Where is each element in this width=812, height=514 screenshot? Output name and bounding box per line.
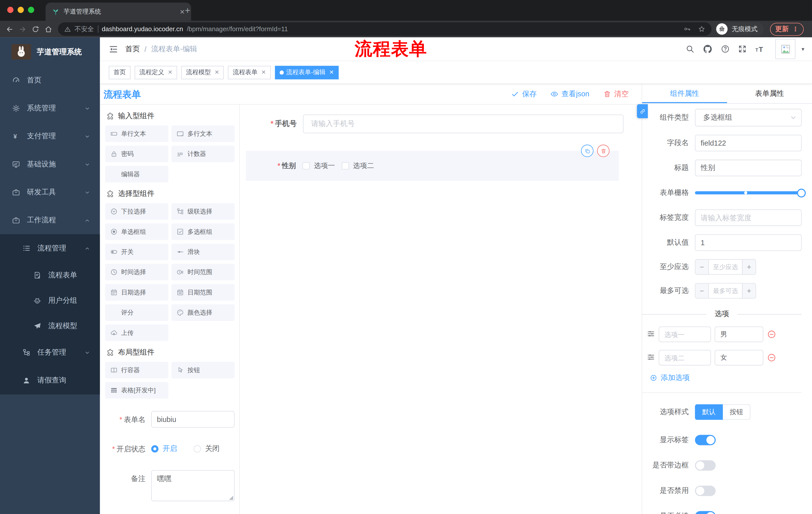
palette-item-时间选择[interactable]: 时间选择 bbox=[105, 264, 168, 280]
sidebar-item-系统管理[interactable]: 系统管理 bbox=[0, 94, 100, 122]
stepper-minus-button[interactable]: − bbox=[695, 260, 709, 274]
tag-chip-流程表单[interactable]: 流程表单✕ bbox=[228, 65, 270, 79]
url-bar[interactable]: 不安全 dashboard.yudao.iocoder.cn /bpm/mana… bbox=[58, 22, 712, 36]
font-size-icon[interactable] bbox=[755, 44, 765, 54]
gender-option-1[interactable]: 选项一 bbox=[302, 161, 335, 170]
tag-chip-流程表单-编辑[interactable]: 流程表单-编辑✕ bbox=[275, 65, 339, 79]
sidebar-toggle-icon[interactable] bbox=[107, 43, 120, 55]
github-icon[interactable] bbox=[703, 44, 713, 54]
palette-item-按钮[interactable]: 按钮 bbox=[171, 362, 234, 378]
sidebar-item-流程表单[interactable]: 流程表单 bbox=[0, 262, 100, 288]
avatar[interactable] bbox=[775, 39, 795, 59]
palette-item-编辑器[interactable]: 编辑器 bbox=[105, 166, 168, 183]
palette-item-颜色选择[interactable]: 颜色选择 bbox=[171, 304, 234, 321]
home-icon[interactable] bbox=[42, 23, 55, 36]
window-close-button[interactable] bbox=[7, 7, 13, 13]
new-tab-button[interactable]: + bbox=[185, 5, 191, 16]
sidebar-item-基础设施[interactable]: 基础设施 bbox=[0, 151, 100, 178]
slider-handle[interactable] bbox=[797, 189, 806, 197]
sidebar-item-任务管理[interactable]: 任务管理 bbox=[0, 339, 100, 367]
status-on-radio[interactable] bbox=[151, 445, 158, 453]
tab-close-icon[interactable]: ✕ bbox=[180, 8, 185, 15]
option-label-input[interactable] bbox=[659, 327, 711, 342]
field-name-input[interactable] bbox=[695, 135, 802, 152]
forward-icon[interactable] bbox=[16, 23, 29, 36]
min-select-input[interactable] bbox=[709, 260, 742, 274]
remove-option-button[interactable] bbox=[767, 353, 776, 362]
stepper-plus-button[interactable]: + bbox=[742, 260, 756, 274]
toggle-switch-是否带边框[interactable] bbox=[695, 460, 716, 470]
option-value-input[interactable] bbox=[715, 327, 763, 342]
help-icon[interactable] bbox=[721, 45, 730, 53]
stepper-minus-button[interactable]: − bbox=[695, 283, 709, 298]
sidebar-item-请假查询[interactable]: 请假查询 bbox=[0, 367, 100, 394]
sidebar-item-工作流程[interactable]: 工作流程 bbox=[0, 206, 100, 234]
label-width-input[interactable] bbox=[695, 210, 802, 226]
palette-item-日期范围[interactable]: 日期范围 bbox=[171, 284, 234, 301]
tag-chip-流程模型[interactable]: 流程模型✕ bbox=[181, 65, 224, 79]
palette-item-单行文本[interactable]: 单行文本 bbox=[105, 126, 168, 142]
checkbox-icon[interactable] bbox=[302, 162, 310, 169]
drag-handle-icon[interactable] bbox=[647, 353, 655, 362]
tag-close-icon[interactable]: ✕ bbox=[329, 69, 334, 76]
link-dock-tab[interactable] bbox=[637, 104, 648, 118]
delete-component-button[interactable] bbox=[597, 144, 609, 157]
slider-track[interactable] bbox=[695, 191, 802, 194]
add-option-button[interactable]: 添加选项 bbox=[650, 373, 802, 382]
palette-item-多选框组[interactable]: 多选框组 bbox=[171, 223, 234, 240]
tag-close-icon[interactable]: ✕ bbox=[261, 69, 266, 76]
palette-item-单选框组[interactable]: 单选框组 bbox=[105, 223, 168, 240]
toggle-switch-显示标签[interactable] bbox=[695, 435, 716, 445]
sidebar-item-用户分组[interactable]: 用户分组 bbox=[0, 288, 100, 313]
option-style-default-button[interactable]: 默认 bbox=[695, 404, 723, 420]
palette-item-表格[开发中][interactable]: 表格[开发中] bbox=[105, 382, 168, 399]
toggle-switch-是否禁用[interactable] bbox=[695, 486, 716, 496]
window-zoom-button[interactable] bbox=[28, 7, 34, 13]
fullscreen-icon[interactable] bbox=[738, 45, 747, 53]
form-remark-textarea[interactable]: 嘿嘿 bbox=[151, 470, 235, 502]
tag-chip-首页[interactable]: 首页 bbox=[109, 65, 130, 79]
window-minimize-button[interactable] bbox=[18, 7, 24, 13]
breadcrumb-home[interactable]: 首页 bbox=[125, 44, 140, 54]
stepper-plus-button[interactable]: + bbox=[742, 283, 756, 298]
sidebar-item-流程管理[interactable]: 流程管理 bbox=[0, 234, 100, 262]
checkbox-icon[interactable] bbox=[342, 162, 349, 169]
gender-option-2[interactable]: 选项二 bbox=[342, 161, 374, 170]
sidebar-logo[interactable]: 芋道管理系统 bbox=[0, 37, 100, 66]
view-json-button[interactable]: 查看json bbox=[551, 89, 589, 99]
sidebar-item-支付管理[interactable]: 支付管理 bbox=[0, 122, 100, 150]
not-secure-warning-icon[interactable] bbox=[64, 26, 71, 32]
palette-item-多行文本[interactable]: 多行文本 bbox=[171, 126, 234, 142]
option-label-input[interactable] bbox=[659, 350, 711, 366]
default-value-input[interactable] bbox=[695, 234, 802, 251]
phone-field-row[interactable]: *手机号 请输入手机号 bbox=[246, 115, 624, 133]
component-type-select[interactable]: 多选框组 bbox=[695, 109, 802, 127]
sidebar-item-研发工具[interactable]: 研发工具 bbox=[0, 178, 100, 206]
drag-handle-icon[interactable] bbox=[647, 330, 655, 339]
tab-component-props[interactable]: 组件属性 bbox=[642, 84, 727, 103]
option-value-input[interactable] bbox=[715, 350, 763, 366]
save-button[interactable]: 保存 bbox=[511, 89, 536, 99]
palette-item-计数器[interactable]: 计数器 bbox=[171, 145, 234, 162]
bookmark-star-icon[interactable] bbox=[698, 25, 705, 33]
palette-item-评分[interactable]: 评分 bbox=[105, 304, 168, 321]
form-name-input[interactable] bbox=[151, 411, 235, 428]
tag-close-icon[interactable]: ✕ bbox=[214, 69, 219, 76]
search-icon[interactable] bbox=[686, 45, 694, 53]
phone-field-input[interactable]: 请输入手机号 bbox=[303, 115, 624, 133]
browser-update-button[interactable]: 更新 ⋮ bbox=[770, 23, 804, 36]
title-input[interactable] bbox=[695, 160, 802, 176]
kebab-menu-icon[interactable]: ⋮ bbox=[792, 25, 799, 33]
status-on-label[interactable]: 开启 bbox=[163, 444, 177, 453]
back-icon[interactable] bbox=[3, 23, 16, 36]
palette-item-上传[interactable]: 上传 bbox=[105, 324, 168, 341]
form-grid-slider[interactable] bbox=[695, 185, 802, 201]
palette-item-开关[interactable]: 开关 bbox=[105, 244, 168, 260]
max-select-input[interactable] bbox=[709, 283, 742, 298]
sidebar-item-流程模型[interactable]: 流程模型 bbox=[0, 313, 100, 339]
clear-button[interactable]: 清空 bbox=[603, 89, 629, 99]
palette-item-时间范围[interactable]: 时间范围 bbox=[171, 264, 234, 280]
tab-form-props[interactable]: 表单属性 bbox=[727, 84, 812, 103]
palette-item-行容器[interactable]: 行容器 bbox=[105, 362, 168, 378]
duplicate-component-button[interactable] bbox=[581, 144, 593, 157]
